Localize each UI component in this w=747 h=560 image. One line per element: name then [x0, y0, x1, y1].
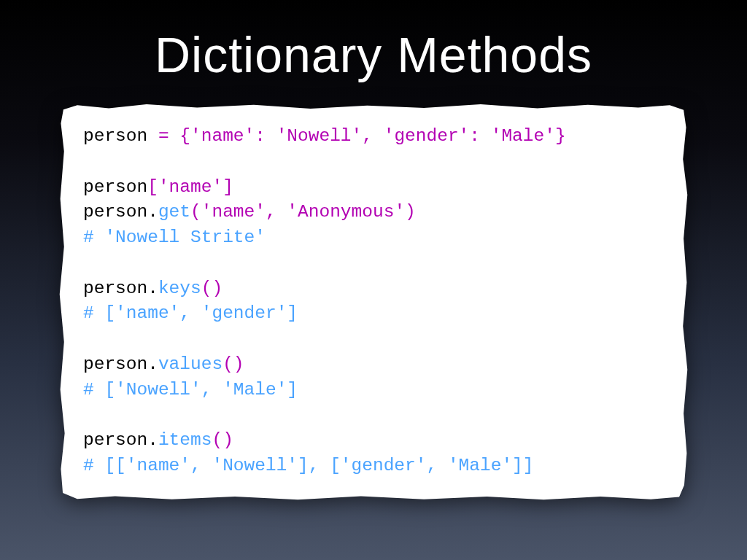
code-token: person [83, 279, 147, 298]
code-token: , [266, 202, 287, 222]
code-token: . [147, 279, 158, 298]
code-token: 'name' [201, 202, 266, 222]
code-token: ) [212, 279, 222, 298]
code-token: ) [222, 430, 233, 450]
code-token: ( [212, 430, 222, 450]
code-token: keys [158, 279, 201, 298]
code-token: 'Male' [491, 126, 555, 146]
code-token: ( [222, 354, 233, 374]
code-token: 'Anonymous' [287, 202, 405, 222]
code-token: 'name' [190, 126, 255, 146]
code-token: person [83, 354, 147, 374]
code-token: { [179, 126, 190, 146]
code-comment: # [['name', 'Nowell'], ['gender', 'Male'… [83, 456, 534, 475]
code-token: person [83, 126, 147, 146]
code-token: person [83, 202, 147, 222]
code-token: . [147, 202, 158, 222]
code-token: values [158, 354, 222, 374]
code-comment: # ['name', 'gender'] [83, 303, 298, 323]
code-comment: # 'Nowell Strite' [83, 228, 266, 247]
code-token: 'name' [158, 177, 222, 197]
code-token: person [83, 430, 147, 450]
code-comment: # ['Nowell', 'Male'] [83, 380, 298, 400]
code-token: ) [233, 354, 244, 374]
code-token: . [147, 430, 158, 450]
code-token: . [147, 354, 158, 374]
code-token: person [83, 177, 147, 197]
code-token: : [255, 126, 276, 146]
code-token: 'gender' [384, 126, 470, 146]
slide-title: Dictionary Methods [155, 26, 592, 83]
code-token: : [469, 126, 490, 146]
code-token: } [555, 126, 566, 146]
code-token: , [362, 126, 383, 146]
code-token: = [147, 126, 179, 146]
code-token: items [158, 430, 212, 450]
code-token: ] [222, 177, 233, 197]
code-token: ) [405, 202, 416, 222]
code-token: [ [147, 177, 158, 197]
code-token: get [158, 202, 190, 222]
code-block: person = {'name': 'Nowell', 'gender': 'M… [83, 124, 664, 479]
code-token: 'Nowell' [276, 126, 363, 146]
code-token: ( [201, 279, 212, 298]
code-token: ( [190, 202, 201, 222]
code-card: person = {'name': 'Nowell', 'gender': 'M… [58, 104, 689, 501]
